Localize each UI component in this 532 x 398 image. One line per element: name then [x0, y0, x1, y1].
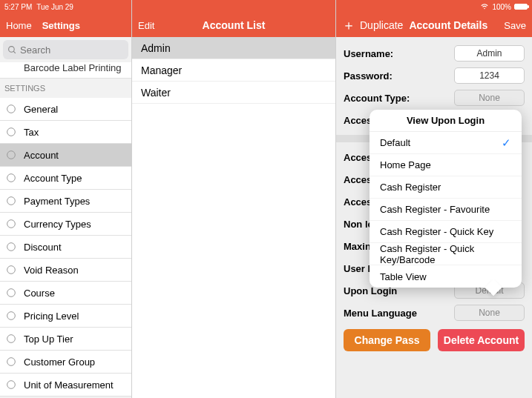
popover-option-label: Default: [380, 137, 410, 148]
popover-option[interactable]: Table View: [370, 265, 522, 288]
sidebar-item-label: Unit of Measurement: [24, 379, 114, 391]
sidebar-icon: [4, 194, 18, 208]
settings-header: SETTINGS: [0, 79, 131, 98]
save-button[interactable]: Save: [504, 20, 526, 31]
popover-option[interactable]: Cash Register - Quick Key/Barcode: [370, 243, 522, 265]
svg-point-11: [7, 312, 16, 320]
sidebar-item-label: General: [24, 104, 58, 115]
wifi-icon: [480, 3, 489, 10]
svg-point-3: [7, 128, 16, 136]
search-input[interactable]: [20, 44, 124, 56]
sidebar-item-truncated[interactable]: Barcode Label Printing: [0, 62, 131, 79]
sidebar-item-label: Tax: [24, 127, 39, 138]
popover-option-label: Cash Register - Quick Key/Barcode: [380, 243, 511, 265]
sidebar-navbar: Home Settings: [0, 13, 131, 37]
sidebar-icon: [4, 240, 18, 253]
edit-button[interactable]: Edit: [138, 20, 154, 31]
sidebar-icon: [4, 217, 18, 230]
view-upon-login-popover: View Upon Login Default✓Home PageCash Re…: [370, 110, 522, 288]
search-bar[interactable]: [3, 40, 128, 59]
details-navbar: ＋ Duplicate Account Details Save: [336, 13, 532, 37]
sidebar-item-label: Pricing Level: [24, 311, 79, 322]
popover-option-label: Home Page: [380, 159, 431, 170]
popover-option-label: Cash Register - Favourite: [380, 204, 490, 215]
sidebar-item-tax[interactable]: Tax: [0, 121, 131, 144]
sidebar-item-payment-types[interactable]: Payment Types: [0, 190, 131, 213]
settings-title: Settings: [42, 20, 80, 31]
popover-option[interactable]: Home Page: [370, 154, 522, 176]
sidebar-item-customer-group[interactable]: Customer Group: [0, 351, 131, 374]
plus-icon: ＋: [342, 19, 355, 32]
delete-account-button[interactable]: Delete Account: [438, 329, 525, 351]
status-time: 5:27 PM: [4, 3, 32, 11]
sidebar-icon: [4, 102, 18, 116]
sidebar-icon: [4, 309, 18, 322]
popover-option[interactable]: Default✓: [370, 132, 522, 154]
sidebar-icon: [4, 378, 18, 391]
account-list-navbar: Edit Account List: [132, 13, 335, 37]
popover-option[interactable]: Cash Register - Quick Key: [370, 221, 522, 243]
svg-point-4: [7, 151, 16, 159]
status-date: Tue Jun 29: [36, 3, 73, 11]
svg-line-1: [13, 51, 16, 53]
sidebar-icon: [4, 355, 18, 368]
search-icon: [7, 45, 17, 55]
account-list-title: Account List: [132, 19, 335, 31]
details-title: Account Details: [409, 19, 487, 31]
sidebar-icon: [4, 332, 18, 345]
account-row-manager[interactable]: Manager: [132, 59, 335, 82]
popover-title: View Upon Login: [370, 110, 522, 132]
duplicate-button[interactable]: ＋ Duplicate Account Details: [342, 19, 487, 32]
svg-point-0: [9, 46, 15, 52]
sidebar-item-void-reason[interactable]: Void Reason: [0, 259, 131, 282]
change-pass-button[interactable]: Change Pass: [344, 329, 430, 351]
svg-point-8: [7, 243, 16, 251]
popover-option[interactable]: Cash Register: [370, 176, 522, 199]
svg-point-2: [7, 105, 16, 113]
sidebar-icon: [4, 263, 18, 276]
popover-option-label: Cash Register: [380, 182, 441, 193]
sidebar-item-label: Top Up Tier: [24, 334, 73, 345]
popover-option[interactable]: Cash Register - Favourite: [370, 199, 522, 221]
status-bar-right: 100%: [336, 0, 532, 13]
sidebar-item-label: Payment Types: [24, 196, 90, 207]
account-list-panel: Edit Account List AdminManagerWaiter: [132, 0, 336, 398]
sidebar-item-top-up-tier[interactable]: Top Up Tier: [0, 328, 131, 351]
account-type-field[interactable]: None: [454, 90, 525, 106]
sidebar-item-label: Account Type: [24, 173, 82, 184]
svg-point-12: [7, 335, 16, 343]
svg-point-13: [7, 358, 16, 366]
sidebar-item-label: Discount: [24, 242, 62, 253]
sidebar-item-label: Course: [24, 288, 55, 299]
sidebar-item-label: Currency Types: [24, 219, 91, 230]
svg-point-14: [7, 381, 16, 389]
sidebar-item-course[interactable]: Course: [0, 282, 131, 305]
sidebar-icon: [4, 286, 18, 299]
menu-language-field[interactable]: None: [454, 305, 525, 321]
sidebar-item-unit-of-measurement[interactable]: Unit of Measurement: [0, 374, 131, 397]
svg-point-7: [7, 220, 16, 228]
sidebar-item-label: Account: [24, 150, 59, 161]
check-icon: ✓: [502, 136, 511, 150]
account-row-waiter[interactable]: Waiter: [132, 82, 335, 104]
popover-option-label: Cash Register - Quick Key: [380, 226, 493, 237]
sidebar-item-account[interactable]: Account: [0, 144, 131, 167]
password-field[interactable]: 1234: [454, 67, 525, 84]
sidebar-item-discount[interactable]: Discount: [0, 236, 131, 259]
sidebar-item-pricing-level[interactable]: Pricing Level: [0, 305, 131, 328]
status-bar-spacer: [132, 0, 335, 13]
menu-language-label: Menu Language: [344, 308, 454, 319]
sidebar-icon: [4, 125, 18, 139]
svg-point-10: [7, 289, 16, 297]
home-button[interactable]: Home: [6, 20, 32, 31]
sidebar-icon: [4, 148, 18, 162]
status-bar: 5:27 PM Tue Jun 29: [0, 0, 131, 13]
sidebar-item-currency-types[interactable]: Currency Types: [0, 213, 131, 236]
svg-point-5: [7, 174, 16, 182]
popover-option-label: Table View: [380, 271, 427, 282]
username-label: Username:: [344, 48, 454, 59]
sidebar-item-general[interactable]: General: [0, 98, 131, 121]
username-field[interactable]: Admin: [454, 45, 525, 62]
account-row-admin[interactable]: Admin: [132, 37, 335, 59]
sidebar-item-account-type[interactable]: Account Type: [0, 167, 131, 190]
